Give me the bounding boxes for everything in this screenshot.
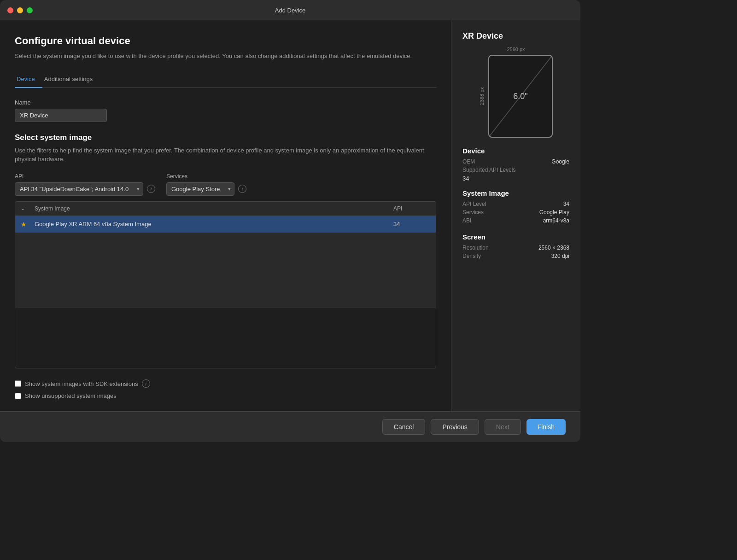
api-select-wrapper: API 34 "UpsideDownCake"; Android 14.0 xyxy=(15,182,143,196)
page-subtitle: Select the system image you'd like to us… xyxy=(15,52,436,61)
row-system-image-name: Google Play XR ARM 64 v8a System Image xyxy=(35,221,393,228)
api-level-row: API Level 34 xyxy=(462,201,569,207)
device-diagonal-label: 6.0" xyxy=(513,92,527,101)
abi-value: arm64-v8a xyxy=(543,217,569,224)
density-row: Density 320 dpi xyxy=(462,253,569,259)
services-info-icon[interactable]: i xyxy=(238,185,246,193)
previous-button[interactable]: Previous xyxy=(431,419,479,435)
api-level-value: 34 xyxy=(563,201,569,207)
sdk-info-icon[interactable]: i xyxy=(142,379,150,388)
checkbox-unsupported-label[interactable]: Show unsupported system images xyxy=(25,392,117,399)
device-preview-title: XR Device xyxy=(462,31,569,41)
api-select[interactable]: API 34 "UpsideDownCake"; Android 14.0 xyxy=(15,182,143,196)
checkbox-sdk[interactable] xyxy=(15,380,21,387)
checkbox-sdk-label[interactable]: Show system images with SDK extensions xyxy=(25,380,138,387)
screen-section-title: Screen xyxy=(462,233,569,241)
services-row: Services Google Play xyxy=(462,209,569,216)
system-image-section-title: System Image xyxy=(462,189,569,197)
resolution-row: Resolution 2560 × 2368 xyxy=(462,245,569,251)
tab-device[interactable]: Device xyxy=(15,72,42,88)
api-level-label: API Level xyxy=(462,201,486,207)
col-system-image: System Image xyxy=(35,205,393,212)
checkbox-unsupported-row: Show unsupported system images xyxy=(15,392,436,399)
sort-icon[interactable]: ⌄ xyxy=(21,205,35,212)
resolution-value: 2560 × 2368 xyxy=(538,245,569,251)
oem-row: OEM Google xyxy=(462,158,569,165)
cancel-button[interactable]: Cancel xyxy=(382,419,426,435)
screen-info-section: Screen Resolution 2560 × 2368 Density 32… xyxy=(462,233,569,261)
name-label: Name xyxy=(15,99,436,106)
device-section-title: Device xyxy=(462,147,569,155)
system-image-info-section: System Image API Level 34 Services Googl… xyxy=(462,189,569,226)
api-levels-label: Supported API Levels xyxy=(462,167,515,173)
section-subtitle: Use the filters to help find the system … xyxy=(15,146,436,164)
device-info-section: Device OEM Google Supported API Levels 3… xyxy=(462,147,569,182)
api-filter-select-wrapper: API 34 "UpsideDownCake"; Android 14.0 i xyxy=(15,182,155,196)
services-value: Google Play xyxy=(539,209,569,216)
preview-with-side-label: 2368 px 6.0" xyxy=(479,55,553,138)
api-levels-row: Supported API Levels xyxy=(462,167,569,173)
system-image-table: ⌄ System Image API ★ Google Play XR ARM … xyxy=(15,201,436,369)
maximize-button[interactable] xyxy=(27,7,33,13)
oem-value: Google xyxy=(551,158,569,165)
api-info-icon[interactable]: i xyxy=(147,185,155,193)
resolution-label: Resolution xyxy=(462,245,489,251)
titlebar: Add Device xyxy=(0,0,580,20)
page-title: Configure virtual device xyxy=(15,35,436,47)
checkbox-unsupported[interactable] xyxy=(15,393,21,399)
window-title: Add Device xyxy=(275,7,305,14)
finish-button[interactable]: Finish xyxy=(526,419,566,435)
services-filter-label: Services xyxy=(166,173,246,180)
api-filter-label: API xyxy=(15,173,155,180)
abi-label: ABI xyxy=(462,217,471,224)
table-row[interactable]: ★ Google Play XR ARM 64 v8a System Image… xyxy=(15,216,436,233)
table-body: ★ Google Play XR ARM 64 v8a System Image… xyxy=(15,216,436,308)
minimize-button[interactable] xyxy=(17,7,23,13)
device-mockup: 6.0" xyxy=(488,55,553,138)
system-image-table-container: ⌄ System Image API ★ Google Play XR ARM … xyxy=(15,201,436,376)
abi-row: ABI arm64-v8a xyxy=(462,217,569,224)
section-title: Select system image xyxy=(15,133,436,142)
density-label: Density xyxy=(462,253,481,259)
checkbox-sdk-row: Show system images with SDK extensions i xyxy=(15,379,436,388)
services-select-wrapper: Google Play Store xyxy=(166,182,234,196)
device-preview-area: 2560 px 2368 px 6.0" xyxy=(462,47,569,138)
tab-additional-settings[interactable]: Additional settings xyxy=(42,72,100,88)
star-icon: ★ xyxy=(21,221,35,228)
close-button[interactable] xyxy=(7,7,13,13)
tab-bar: Device Additional settings xyxy=(15,72,436,88)
window-controls xyxy=(7,7,33,13)
density-value: 320 dpi xyxy=(551,253,569,259)
services-filter-select-wrapper: Google Play Store i xyxy=(166,182,246,196)
filter-row: API API 34 "UpsideDownCake"; Android 14.… xyxy=(15,173,436,196)
main-layout: Configure virtual device Select the syst… xyxy=(0,20,580,411)
name-input[interactable] xyxy=(15,109,107,122)
bottom-bar: Cancel Previous Next Finish xyxy=(0,411,580,442)
services-filter-group: Services Google Play Store i xyxy=(166,173,246,196)
right-panel: XR Device 2560 px 2368 px 6.0" Device OE… xyxy=(451,20,580,411)
api-levels-value: 34 xyxy=(462,175,569,182)
next-button[interactable]: Next xyxy=(485,419,521,435)
table-header: ⌄ System Image API xyxy=(15,202,436,216)
col-api: API xyxy=(393,205,430,212)
services-label: Services xyxy=(462,209,484,216)
px-label-top: 2560 px xyxy=(507,47,525,52)
api-filter-group: API API 34 "UpsideDownCake"; Android 14.… xyxy=(15,173,155,196)
row-api-level: 34 xyxy=(393,221,430,228)
px-label-side: 2368 px xyxy=(479,87,485,105)
checkbox-group: Show system images with SDK extensions i… xyxy=(15,376,436,404)
oem-label: OEM xyxy=(462,158,475,165)
left-panel: Configure virtual device Select the syst… xyxy=(0,20,451,411)
services-select[interactable]: Google Play Store xyxy=(166,182,234,196)
